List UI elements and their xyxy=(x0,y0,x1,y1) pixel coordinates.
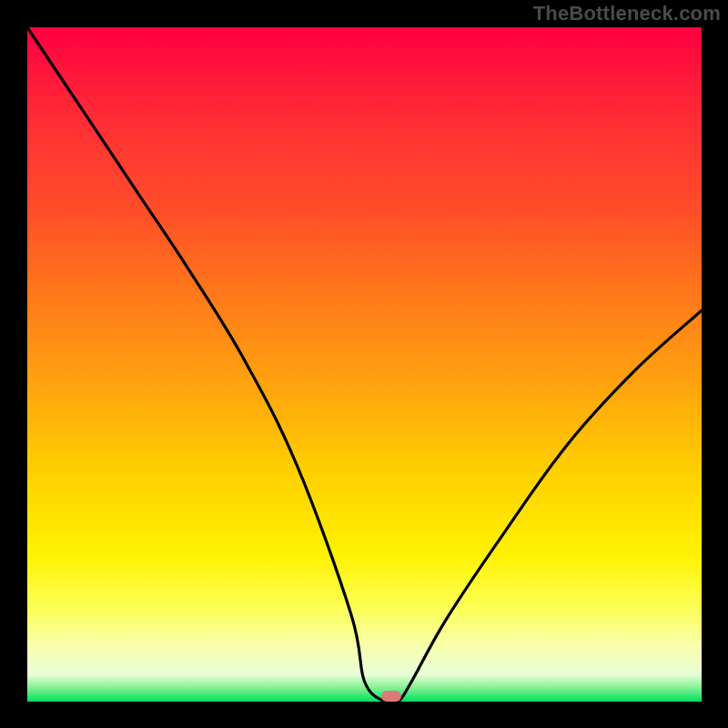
optimum-marker xyxy=(381,691,401,702)
bottleneck-curve xyxy=(27,27,702,702)
curve-path xyxy=(27,27,702,702)
plot-area xyxy=(27,27,702,702)
chart-frame: TheBottleneck.com xyxy=(0,0,728,728)
watermark-text: TheBottleneck.com xyxy=(533,2,721,25)
